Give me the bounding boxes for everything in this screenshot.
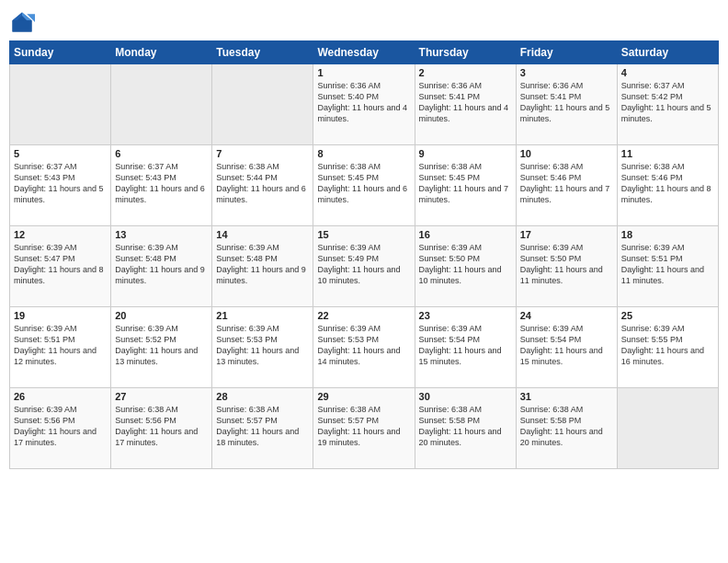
day-number: 18: [621, 229, 714, 240]
day-number: 25: [621, 310, 714, 321]
day-number: 29: [317, 391, 410, 402]
day-info: Sunrise: 6:38 AMSunset: 5:46 PMDaylight:…: [520, 161, 613, 206]
day-number: 6: [115, 148, 208, 159]
day-info: Sunrise: 6:39 AMSunset: 5:53 PMDaylight:…: [317, 323, 410, 368]
day-info: Sunrise: 6:37 AMSunset: 5:43 PMDaylight:…: [14, 161, 107, 206]
day-number: 9: [419, 148, 512, 159]
day-info: Sunrise: 6:37 AMSunset: 5:43 PMDaylight:…: [115, 161, 208, 206]
calendar-cell: 17Sunrise: 6:39 AMSunset: 5:50 PMDayligh…: [516, 226, 617, 307]
calendar-header-monday: Monday: [111, 41, 212, 64]
day-info: Sunrise: 6:38 AMSunset: 5:58 PMDaylight:…: [520, 404, 613, 449]
calendar-cell: 21Sunrise: 6:39 AMSunset: 5:53 PMDayligh…: [212, 307, 313, 388]
day-info: Sunrise: 6:38 AMSunset: 5:44 PMDaylight:…: [216, 161, 309, 206]
day-info: Sunrise: 6:39 AMSunset: 5:51 PMDaylight:…: [621, 242, 714, 287]
day-info: Sunrise: 6:38 AMSunset: 5:46 PMDaylight:…: [621, 161, 714, 206]
day-info: Sunrise: 6:39 AMSunset: 5:54 PMDaylight:…: [419, 323, 512, 368]
calendar-cell: 25Sunrise: 6:39 AMSunset: 5:55 PMDayligh…: [617, 307, 718, 388]
svg-rect-3: [13, 20, 32, 31]
header: [9, 9, 719, 35]
calendar-cell: 13Sunrise: 6:39 AMSunset: 5:48 PMDayligh…: [111, 226, 212, 307]
day-number: 20: [115, 310, 208, 321]
day-info: Sunrise: 6:36 AMSunset: 5:41 PMDaylight:…: [419, 80, 512, 125]
calendar-cell: 29Sunrise: 6:38 AMSunset: 5:57 PMDayligh…: [313, 388, 415, 469]
day-number: 11: [621, 148, 714, 159]
day-number: 21: [216, 310, 309, 321]
calendar-cell: [212, 64, 313, 145]
day-number: 10: [520, 148, 613, 159]
day-info: Sunrise: 6:39 AMSunset: 5:53 PMDaylight:…: [216, 323, 309, 368]
day-info: Sunrise: 6:38 AMSunset: 5:57 PMDaylight:…: [317, 404, 410, 449]
calendar-week-row: 26Sunrise: 6:39 AMSunset: 5:56 PMDayligh…: [10, 388, 719, 469]
calendar-header-wednesday: Wednesday: [313, 41, 415, 64]
calendar-cell: 8Sunrise: 6:38 AMSunset: 5:45 PMDaylight…: [313, 145, 415, 226]
day-info: Sunrise: 6:39 AMSunset: 5:50 PMDaylight:…: [419, 242, 512, 287]
day-number: 17: [520, 229, 613, 240]
day-info: Sunrise: 6:36 AMSunset: 5:41 PMDaylight:…: [520, 80, 613, 125]
calendar-header-row: SundayMondayTuesdayWednesdayThursdayFrid…: [10, 41, 719, 64]
calendar-week-row: 1Sunrise: 6:36 AMSunset: 5:40 PMDaylight…: [10, 64, 719, 145]
day-info: Sunrise: 6:39 AMSunset: 5:48 PMDaylight:…: [115, 242, 208, 287]
day-info: Sunrise: 6:38 AMSunset: 5:45 PMDaylight:…: [317, 161, 410, 206]
calendar-cell: 16Sunrise: 6:39 AMSunset: 5:50 PMDayligh…: [415, 226, 516, 307]
calendar-header-thursday: Thursday: [415, 41, 516, 64]
day-info: Sunrise: 6:38 AMSunset: 5:58 PMDaylight:…: [419, 404, 512, 449]
day-number: 23: [419, 310, 512, 321]
calendar-cell: 3Sunrise: 6:36 AMSunset: 5:41 PMDaylight…: [516, 64, 617, 145]
calendar-cell: 1Sunrise: 6:36 AMSunset: 5:40 PMDaylight…: [313, 64, 415, 145]
logo-icon: [9, 9, 35, 35]
day-number: 5: [14, 148, 107, 159]
calendar-cell: 20Sunrise: 6:39 AMSunset: 5:52 PMDayligh…: [111, 307, 212, 388]
calendar-cell: 18Sunrise: 6:39 AMSunset: 5:51 PMDayligh…: [617, 226, 718, 307]
day-number: 19: [14, 310, 107, 321]
calendar-cell: 26Sunrise: 6:39 AMSunset: 5:56 PMDayligh…: [10, 388, 111, 469]
calendar-cell: [617, 388, 718, 469]
day-number: 14: [216, 229, 309, 240]
page: SundayMondayTuesdayWednesdayThursdayFrid…: [0, 0, 728, 563]
day-number: 4: [621, 67, 714, 78]
day-number: 28: [216, 391, 309, 402]
calendar-week-row: 12Sunrise: 6:39 AMSunset: 5:47 PMDayligh…: [10, 226, 719, 307]
day-number: 15: [317, 229, 410, 240]
calendar-cell: 24Sunrise: 6:39 AMSunset: 5:54 PMDayligh…: [516, 307, 617, 388]
day-number: 31: [520, 391, 613, 402]
day-number: 22: [317, 310, 410, 321]
day-info: Sunrise: 6:38 AMSunset: 5:56 PMDaylight:…: [115, 404, 208, 449]
calendar-cell: 9Sunrise: 6:38 AMSunset: 5:45 PMDaylight…: [415, 145, 516, 226]
calendar-week-row: 19Sunrise: 6:39 AMSunset: 5:51 PMDayligh…: [10, 307, 719, 388]
calendar-table: SundayMondayTuesdayWednesdayThursdayFrid…: [9, 40, 719, 469]
day-number: 27: [115, 391, 208, 402]
calendar-header-tuesday: Tuesday: [212, 41, 313, 64]
calendar-cell: 22Sunrise: 6:39 AMSunset: 5:53 PMDayligh…: [313, 307, 415, 388]
day-number: 8: [317, 148, 410, 159]
day-number: 2: [419, 67, 512, 78]
calendar-cell: 4Sunrise: 6:37 AMSunset: 5:42 PMDaylight…: [617, 64, 718, 145]
day-info: Sunrise: 6:39 AMSunset: 5:50 PMDaylight:…: [520, 242, 613, 287]
calendar-cell: 6Sunrise: 6:37 AMSunset: 5:43 PMDaylight…: [111, 145, 212, 226]
day-info: Sunrise: 6:36 AMSunset: 5:40 PMDaylight:…: [317, 80, 410, 125]
day-info: Sunrise: 6:39 AMSunset: 5:51 PMDaylight:…: [14, 323, 107, 368]
day-info: Sunrise: 6:39 AMSunset: 5:47 PMDaylight:…: [14, 242, 107, 287]
calendar-cell: 15Sunrise: 6:39 AMSunset: 5:49 PMDayligh…: [313, 226, 415, 307]
calendar-cell: 12Sunrise: 6:39 AMSunset: 5:47 PMDayligh…: [10, 226, 111, 307]
calendar-cell: 2Sunrise: 6:36 AMSunset: 5:41 PMDaylight…: [415, 64, 516, 145]
calendar-week-row: 5Sunrise: 6:37 AMSunset: 5:43 PMDaylight…: [10, 145, 719, 226]
calendar-cell: [111, 64, 212, 145]
day-info: Sunrise: 6:37 AMSunset: 5:42 PMDaylight:…: [621, 80, 714, 125]
day-info: Sunrise: 6:38 AMSunset: 5:57 PMDaylight:…: [216, 404, 309, 449]
calendar-cell: 5Sunrise: 6:37 AMSunset: 5:43 PMDaylight…: [10, 145, 111, 226]
day-number: 3: [520, 67, 613, 78]
calendar-cell: 23Sunrise: 6:39 AMSunset: 5:54 PMDayligh…: [415, 307, 516, 388]
day-info: Sunrise: 6:39 AMSunset: 5:56 PMDaylight:…: [14, 404, 107, 449]
day-info: Sunrise: 6:39 AMSunset: 5:55 PMDaylight:…: [621, 323, 714, 368]
calendar-header-saturday: Saturday: [617, 41, 718, 64]
calendar-header-friday: Friday: [516, 41, 617, 64]
day-number: 16: [419, 229, 512, 240]
day-number: 12: [14, 229, 107, 240]
day-number: 30: [419, 391, 512, 402]
day-info: Sunrise: 6:38 AMSunset: 5:45 PMDaylight:…: [419, 161, 512, 206]
day-number: 1: [317, 67, 410, 78]
calendar-cell: 19Sunrise: 6:39 AMSunset: 5:51 PMDayligh…: [10, 307, 111, 388]
calendar-cell: [10, 64, 111, 145]
calendar-cell: 14Sunrise: 6:39 AMSunset: 5:48 PMDayligh…: [212, 226, 313, 307]
calendar-cell: 10Sunrise: 6:38 AMSunset: 5:46 PMDayligh…: [516, 145, 617, 226]
